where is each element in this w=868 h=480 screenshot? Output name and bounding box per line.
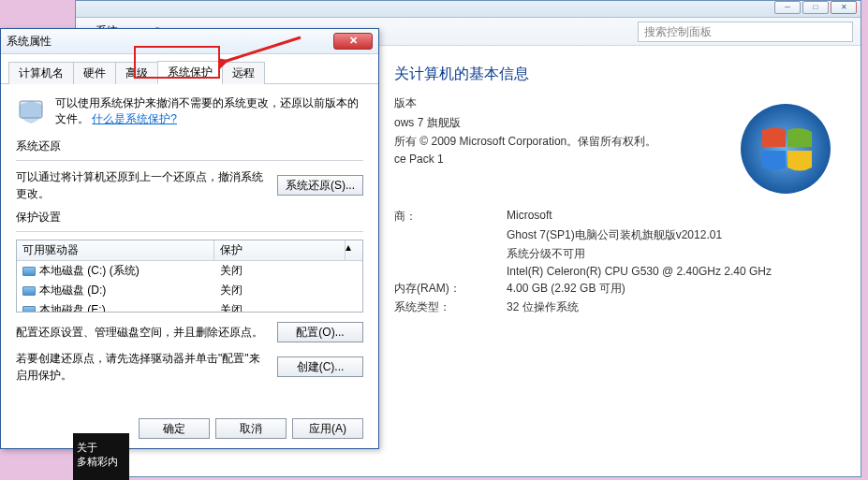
cpu-value: Intel(R) Celeron(R) CPU G530 @ 2.40GHz 2… — [507, 265, 772, 278]
system-restore-button[interactable]: 系统还原(S)... — [277, 175, 363, 196]
tab-remote[interactable]: 远程 — [222, 62, 265, 84]
drive-protection: 关闭 — [214, 282, 362, 299]
apply-button[interactable]: 应用(A) — [292, 418, 363, 439]
tab-advanced[interactable]: 高级 — [115, 62, 158, 84]
drive-row[interactable]: 本地磁盘 (E:)关闭 — [17, 300, 362, 313]
drive-row[interactable]: 本地磁盘 (D:)关闭 — [17, 281, 362, 300]
configure-description: 配置还原设置、管理磁盘空间，并且删除还原点。 — [16, 324, 268, 341]
drive-name: 本地磁盘 (C:) (系统) — [39, 263, 140, 279]
minimize-button[interactable]: ─ — [774, 1, 801, 14]
tab-strip: 计算机名 硬件 高级 系统保护 远程 — [1, 54, 378, 84]
model-value: Ghost 7(SP1)电脑公司装机旗舰版v2012.01 — [507, 227, 722, 243]
drive-icon — [22, 286, 36, 296]
column-protection[interactable]: 保护 — [214, 240, 346, 260]
system-properties-dialog: 系统属性 ✕ 计算机名 硬件 高级 系统保护 远程 可以使用系统保护来撤消不需要… — [0, 28, 379, 449]
window-titlebar: ─ □ ✕ — [76, 1, 861, 18]
intro-text: 可以使用系统保护来撤消不需要的系统更改，还原以前版本的文件。 什么是系统保护? — [55, 95, 363, 127]
drive-icon — [22, 306, 36, 313]
protection-group-title: 保护设置 — [16, 210, 363, 225]
drive-protection: 关闭 — [214, 301, 362, 313]
what-is-protection-link[interactable]: 什么是系统保护? — [92, 112, 177, 125]
ram-label: 内存(RAM)： — [394, 281, 507, 297]
restore-description: 可以通过将计算机还原到上一个还原点，撤消系统更改。 — [16, 168, 268, 202]
dialog-footer: 确定 取消 应用(A) — [139, 418, 363, 439]
dialog-titlebar: 系统属性 ✕ — [1, 29, 378, 54]
page-title: 关计算机的基本信息 — [394, 65, 842, 84]
ok-button[interactable]: 确定 — [139, 418, 210, 439]
drive-protection: 关闭 — [214, 262, 362, 280]
drive-list[interactable]: 可用驱动器 保护 ▴ 本地磁盘 (C:) (系统)关闭本地磁盘 (D:)关闭本地… — [16, 240, 363, 313]
column-drive[interactable]: 可用驱动器 — [17, 240, 214, 260]
drive-row[interactable]: 本地磁盘 (C:) (系统)关闭 — [17, 261, 362, 281]
scrollbar-up-icon[interactable]: ▴ — [346, 240, 362, 260]
systype-label: 系统类型： — [394, 299, 507, 315]
drive-icon — [22, 267, 36, 276]
manufacturer-value: Microsoft — [507, 209, 552, 225]
dialog-close-button[interactable]: ✕ — [333, 33, 373, 50]
windows-logo-icon — [739, 102, 832, 196]
restore-group-title: 系统还原 — [16, 138, 363, 154]
service-pack: ce Pack 1 — [394, 153, 444, 166]
shield-icon — [16, 95, 46, 125]
svg-point-0 — [741, 104, 831, 194]
dialog-body: 可以使用系统保护来撤消不需要的系统更改，还原以前版本的文件。 什么是系统保护? … — [1, 84, 378, 399]
background-overlay-box: 关于 多精彩内 — [73, 433, 129, 480]
cancel-button[interactable]: 取消 — [215, 418, 287, 439]
create-description: 若要创建还原点，请先选择驱动器并单击"配置"来启用保护。 — [16, 350, 268, 384]
tab-system-protection[interactable]: 系统保护 — [157, 61, 223, 84]
search-input[interactable]: 搜索控制面板 — [638, 22, 853, 42]
drive-name: 本地磁盘 (E:) — [39, 302, 106, 313]
maximize-button[interactable]: □ — [802, 1, 829, 14]
close-button[interactable]: ✕ — [831, 1, 857, 14]
drive-name: 本地磁盘 (D:) — [39, 283, 106, 298]
rating-link[interactable]: 系统分级不可用 — [507, 246, 585, 262]
create-button[interactable]: 创建(C)... — [277, 356, 363, 377]
manufacturer-label: 商： — [394, 209, 507, 225]
tab-computer-name[interactable]: 计算机名 — [8, 62, 74, 84]
systype-value: 32 位操作系统 — [507, 299, 579, 315]
configure-button[interactable]: 配置(O)... — [277, 322, 363, 342]
edition-value: ows 7 旗舰版 — [394, 115, 461, 131]
dialog-title: 系统属性 — [7, 34, 333, 50]
tab-hardware[interactable]: 硬件 — [73, 62, 116, 84]
copyright-text: 所有 © 2009 Microsoft Corporation。保留所有权利。 — [394, 134, 656, 150]
ram-value: 4.00 GB (2.92 GB 可用) — [507, 281, 625, 297]
